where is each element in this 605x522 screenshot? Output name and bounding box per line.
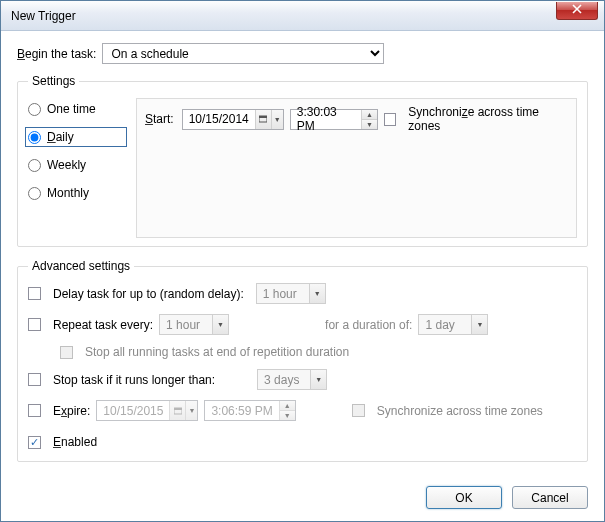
calendar-icon <box>259 115 267 123</box>
start-time-value: 3:30:03 PM <box>291 105 362 133</box>
advanced-legend: Advanced settings <box>28 259 134 273</box>
delay-combo: 1 hour ▼ <box>256 283 326 304</box>
start-panel: Start: 10/15/2014 ▼ 3:30:03 PM ▲ <box>136 98 577 238</box>
repeat-combo-dropdown: ▼ <box>212 315 228 334</box>
expire-time-spinner: ▲ ▼ <box>279 401 295 420</box>
expire-date-picker: 10/15/2015 ▼ <box>96 400 198 421</box>
stopall-row: Stop all running tasks at end of repetit… <box>60 345 577 359</box>
spin-up: ▲ <box>280 401 295 411</box>
start-date-chevron[interactable]: ▼ <box>271 110 283 129</box>
repeat-combo: 1 hour ▼ <box>159 314 229 335</box>
expire-label: Expire: <box>53 404 90 418</box>
expire-time-value: 3:06:59 PM <box>205 404 278 418</box>
enabled-checkbox[interactable]: ✓ <box>28 436 41 449</box>
radio-daily-input[interactable] <box>28 131 41 144</box>
expire-sync-checkbox <box>352 404 365 417</box>
radio-onetime[interactable]: One time <box>28 102 124 116</box>
chevron-down-icon: ▼ <box>188 407 195 414</box>
chevron-down-icon: ▼ <box>314 290 321 297</box>
repeat-label: Repeat task every: <box>53 318 153 332</box>
expire-checkbox[interactable] <box>28 404 41 417</box>
expire-sync-label: Synchronize across time zones <box>377 404 543 418</box>
radio-daily-label: Daily <box>47 130 74 144</box>
enabled-row: ✓ Enabled <box>28 435 577 449</box>
start-date-dropdown[interactable] <box>255 110 271 129</box>
duration-value: 1 day <box>419 318 471 332</box>
radio-monthly-input[interactable] <box>28 187 41 200</box>
delay-row: Delay task for up to (random delay): 1 h… <box>28 283 577 304</box>
dialog-footer: OK Cancel <box>426 486 588 509</box>
begin-task-select[interactable]: On a schedule <box>102 43 384 64</box>
radio-weekly-input[interactable] <box>28 159 41 172</box>
chevron-up-icon: ▲ <box>284 402 291 409</box>
stoplong-row: Stop task if it runs longer than: 3 days… <box>28 369 577 390</box>
repeat-checkbox[interactable] <box>28 318 41 331</box>
chevron-up-icon: ▲ <box>366 111 373 118</box>
enabled-label: Enabled <box>53 435 97 449</box>
chevron-down-icon: ▼ <box>284 412 291 419</box>
radio-monthly[interactable]: Monthly <box>28 186 124 200</box>
advanced-fieldset: Advanced settings Delay task for up to (… <box>17 259 588 462</box>
expire-date-value: 10/15/2015 <box>97 404 169 418</box>
cancel-button[interactable]: Cancel <box>512 486 588 509</box>
calendar-icon <box>174 407 182 415</box>
radio-onetime-input[interactable] <box>28 103 41 116</box>
expire-row: Expire: 10/15/2015 ▼ 3:06:59 PM ▲ ▼ <box>28 400 577 421</box>
duration-combo-dropdown: ▼ <box>471 315 487 334</box>
delay-value: 1 hour <box>257 287 309 301</box>
sync-timezones-checkbox[interactable] <box>384 113 397 126</box>
delay-label: Delay task for up to (random delay): <box>53 287 244 301</box>
chevron-down-icon: ▼ <box>366 121 373 128</box>
stoplong-checkbox[interactable] <box>28 373 41 386</box>
delay-combo-dropdown: ▼ <box>309 284 325 303</box>
stoplong-value: 3 days <box>258 373 310 387</box>
radio-daily[interactable]: Daily <box>28 130 124 144</box>
spin-down: ▼ <box>280 411 295 420</box>
close-button[interactable] <box>556 2 598 20</box>
start-date-picker[interactable]: 10/15/2014 ▼ <box>182 109 284 130</box>
repeat-value: 1 hour <box>160 318 212 332</box>
begin-task-row: Begin the task: On a schedule <box>17 43 588 64</box>
radio-onetime-label: One time <box>47 102 96 116</box>
window-title: New Trigger <box>11 9 76 23</box>
delay-checkbox[interactable] <box>28 287 41 300</box>
radio-weekly[interactable]: Weekly <box>28 158 124 172</box>
start-label: Start: <box>145 112 174 126</box>
close-icon <box>572 4 582 14</box>
chevron-down-icon: ▼ <box>315 376 322 383</box>
expire-time-picker: 3:06:59 PM ▲ ▼ <box>204 400 295 421</box>
radio-weekly-label: Weekly <box>47 158 86 172</box>
frequency-column: One time Daily Weekly Monthly <box>28 98 124 238</box>
stopall-checkbox <box>60 346 73 359</box>
settings-legend: Settings <box>28 74 79 88</box>
duration-combo: 1 day ▼ <box>418 314 488 335</box>
content-area: Begin the task: On a schedule Settings O… <box>1 31 604 484</box>
spin-down[interactable]: ▼ <box>362 120 376 129</box>
expire-date-chevron: ▼ <box>185 401 197 420</box>
svg-rect-3 <box>174 408 182 410</box>
start-time-spinner[interactable]: ▲ ▼ <box>361 110 376 129</box>
chevron-down-icon: ▼ <box>274 116 281 123</box>
settings-fieldset: Settings One time Daily Weekly <box>17 74 588 247</box>
duration-label: for a duration of: <box>325 318 412 332</box>
check-icon: ✓ <box>30 437 39 448</box>
ok-button[interactable]: OK <box>426 486 502 509</box>
radio-monthly-label: Monthly <box>47 186 89 200</box>
repeat-row: Repeat task every: 1 hour ▼ for a durati… <box>28 314 577 335</box>
svg-rect-1 <box>259 116 267 118</box>
expire-date-dropdown <box>169 401 185 420</box>
stoplong-combo: 3 days ▼ <box>257 369 327 390</box>
stopall-label: Stop all running tasks at end of repetit… <box>85 345 349 359</box>
chevron-down-icon: ▼ <box>476 321 483 328</box>
start-time-picker[interactable]: 3:30:03 PM ▲ ▼ <box>290 109 378 130</box>
begin-task-label: Begin the task: <box>17 47 96 61</box>
chevron-down-icon: ▼ <box>217 321 224 328</box>
start-date-value: 10/15/2014 <box>183 112 255 126</box>
sync-timezones-label: Synchronize across time zones <box>408 105 568 133</box>
spin-up[interactable]: ▲ <box>362 110 376 120</box>
stoplong-combo-dropdown: ▼ <box>310 370 326 389</box>
new-trigger-dialog: New Trigger Begin the task: On a schedul… <box>0 0 605 522</box>
titlebar: New Trigger <box>1 1 604 31</box>
stoplong-label: Stop task if it runs longer than: <box>53 373 215 387</box>
